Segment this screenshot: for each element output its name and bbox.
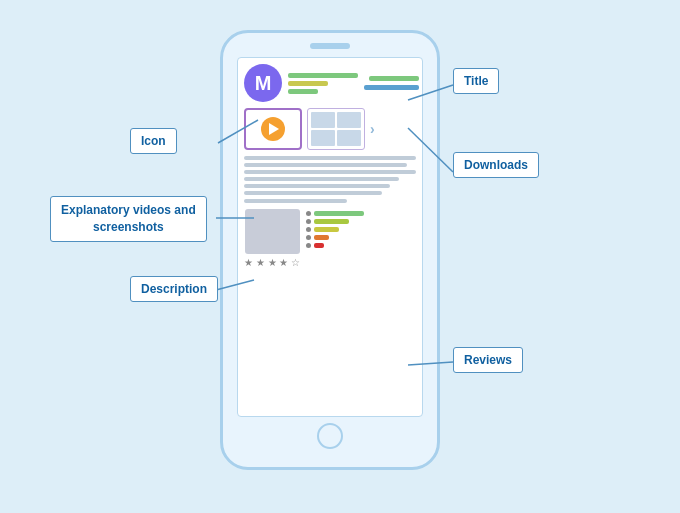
desc-line-7 [244, 199, 347, 203]
rating-row-1 [306, 243, 416, 248]
chevron-right-icon: › [370, 121, 375, 137]
explanatory-text: Explanatory videos and screenshots [61, 203, 196, 234]
grid-cell-3 [311, 130, 335, 146]
dl-bar-2 [364, 85, 419, 90]
reviews-label: Reviews [453, 347, 523, 373]
download-info [364, 76, 419, 90]
screenshot-grid [307, 108, 365, 150]
rating-row-3 [306, 227, 416, 232]
desc-line-5 [244, 184, 390, 188]
grid-cell-4 [337, 130, 361, 146]
grid-cell-1 [311, 112, 335, 128]
grid-cell-2 [337, 112, 361, 128]
star-rating: ★ ★ ★ ★ ☆ [244, 257, 300, 268]
app-info [288, 73, 358, 94]
rating-bars [306, 209, 416, 248]
app-icon: M [244, 64, 282, 102]
explanatory-label: Explanatory videos and screenshots [50, 196, 207, 242]
play-icon [269, 123, 279, 135]
description-section [244, 156, 416, 203]
desc-line-6 [244, 191, 382, 195]
video-thumbnail [244, 108, 302, 150]
phone-home-button [317, 423, 343, 449]
desc-line-4 [244, 177, 399, 181]
title-label: Title [453, 68, 499, 94]
rating-row-5 [306, 211, 416, 216]
phone-screen: M › [237, 57, 423, 417]
title-bar-2 [288, 81, 328, 86]
title-bar-1 [288, 73, 358, 78]
downloads-label: Downloads [453, 152, 539, 178]
rating-row-2 [306, 235, 416, 240]
review-thumbnail [245, 209, 300, 254]
rating-row-4 [306, 219, 416, 224]
phone-speaker [310, 43, 350, 49]
play-button[interactable] [261, 117, 285, 141]
desc-line-3 [244, 170, 416, 174]
phone-mockup: M › [220, 30, 440, 470]
app-header: M [244, 64, 416, 102]
icon-label: Icon [130, 128, 177, 154]
reviews-section: ★ ★ ★ ★ ☆ [244, 209, 416, 268]
media-row: › [244, 108, 416, 150]
desc-line-1 [244, 156, 416, 160]
dl-bar-1 [369, 76, 419, 81]
title-bar-3 [288, 89, 318, 94]
description-label: Description [130, 276, 218, 302]
desc-line-2 [244, 163, 407, 167]
